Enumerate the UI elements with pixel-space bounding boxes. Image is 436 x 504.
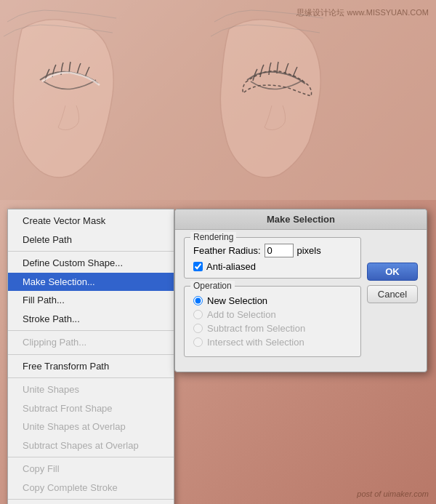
add-to-selection-label: Add to Selection: [207, 309, 276, 320]
add-to-selection-radio[interactable]: [193, 310, 203, 319]
anti-aliased-checkbox[interactable]: [193, 262, 203, 271]
ok-button[interactable]: OK: [367, 263, 418, 281]
menu-separator-5: [8, 457, 174, 457]
menu-item-unite-shapes[interactable]: Unite Shapes: [8, 380, 174, 399]
menu-item-create-vector-mask[interactable]: Create Vector Mask: [8, 212, 174, 231]
menu-item-make-selection[interactable]: Make Selection...: [8, 273, 174, 292]
menu-item-delete-path[interactable]: Delete Path: [8, 231, 174, 249]
intersect-with-selection-row: Intersect with Selection: [193, 337, 352, 348]
watermark-top: 思缘设计论坛 www.MISSYUAN.COM: [296, 7, 429, 18]
menu-separator-2: [8, 330, 174, 331]
menu-separator-4: [8, 377, 174, 378]
dialog-title: Make Selection: [175, 209, 427, 230]
operation-section: Operation New Selection Add to Selection…: [184, 286, 361, 357]
menu-item-subtract-front-shape[interactable]: Subtract Front Shape: [8, 399, 174, 418]
add-to-selection-row: Add to Selection: [193, 309, 352, 320]
menu-item-subtract-shapes-at-overlap[interactable]: Subtract Shapes at Overlap: [8, 436, 174, 455]
subtract-from-selection-label: Subtract from Selection: [207, 323, 305, 334]
menu-item-unite-shapes-at-overlap[interactable]: Unite Shapes at Overlap: [8, 417, 174, 436]
rendering-section-title: Rendering: [190, 232, 236, 242]
rendering-section: Rendering Feather Radius: pixels Anti-al…: [184, 237, 361, 279]
cancel-button[interactable]: Cancel: [367, 285, 418, 303]
menu-item-clipping-path[interactable]: Clipping Path...: [8, 333, 174, 352]
menu-item-free-transform-path[interactable]: Free Transform Path: [8, 357, 174, 376]
menu-separator-1: [8, 251, 174, 252]
subtract-from-selection-row: Subtract from Selection: [193, 323, 352, 334]
intersect-with-selection-radio[interactable]: [193, 337, 203, 347]
operation-section-title: Operation: [190, 281, 235, 291]
pixels-label: pixels: [297, 245, 321, 256]
context-menu: Create Vector Mask Delete Path Define Cu…: [7, 209, 174, 504]
new-selection-label: New Selection: [207, 295, 267, 306]
menu-item-stroke-path[interactable]: Stroke Path...: [8, 310, 174, 329]
operation-radio-group: New Selection Add to Selection Subtract …: [193, 292, 352, 348]
sketch-illustration: [0, 0, 436, 200]
menu-item-copy-complete-stroke[interactable]: Copy Complete Stroke: [8, 479, 174, 497]
new-selection-radio[interactable]: [193, 296, 203, 305]
intersect-with-selection-label: Intersect with Selection: [207, 337, 304, 348]
watermark-bottom: post of uimaker.com: [357, 489, 429, 498]
menu-separator-3: [8, 354, 174, 355]
menu-separator-6: [8, 499, 174, 500]
feather-radius-row: Feather Radius: pixels: [193, 244, 352, 257]
feather-radius-input[interactable]: [265, 244, 294, 257]
make-selection-dialog: Make Selection Rendering Feather Radius:…: [174, 209, 427, 372]
dialog-body: Rendering Feather Radius: pixels Anti-al…: [175, 230, 427, 372]
anti-aliased-label: Anti-aliased: [206, 261, 256, 272]
menu-item-fill-path[interactable]: Fill Path...: [8, 291, 174, 310]
feather-radius-label: Feather Radius:: [193, 245, 261, 256]
dialog-buttons: OK Cancel: [367, 263, 418, 303]
new-selection-row: New Selection: [193, 295, 352, 306]
menu-item-copy-fill[interactable]: Copy Fill: [8, 460, 174, 479]
subtract-from-selection-radio[interactable]: [193, 324, 203, 333]
anti-aliased-row: Anti-aliased: [193, 261, 352, 272]
menu-item-define-custom-shape[interactable]: Define Custom Shape...: [8, 254, 174, 273]
